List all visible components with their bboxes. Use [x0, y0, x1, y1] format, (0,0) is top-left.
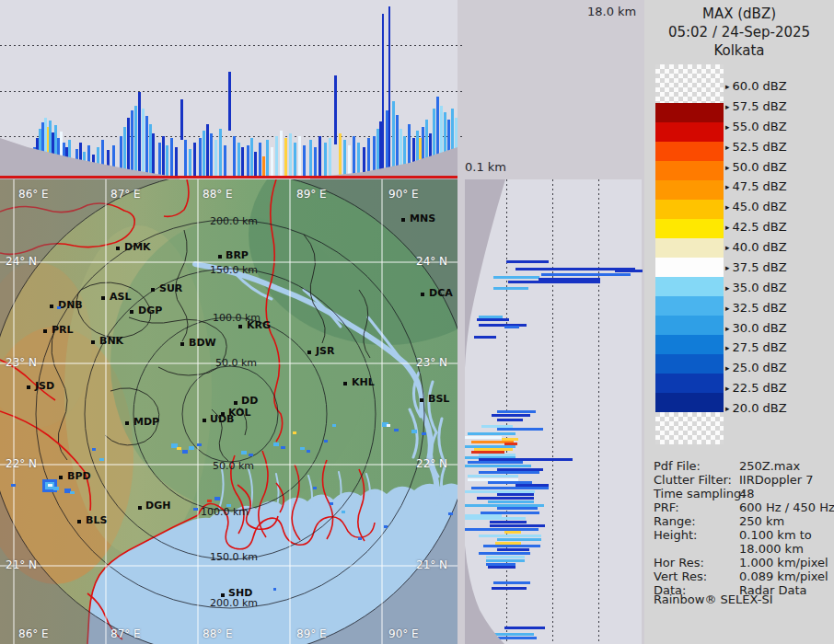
echo-bar	[486, 556, 525, 558]
echo-bar	[79, 143, 82, 176]
echo-bar	[468, 475, 518, 477]
echo-bar	[233, 136, 236, 176]
echo-bar	[471, 487, 549, 489]
side-projection-panel	[465, 179, 642, 644]
echo-bar	[228, 72, 231, 131]
echo-bar	[298, 136, 301, 176]
scale-value-label: ▸47.5 dBZ	[725, 179, 787, 193]
echo-bar	[497, 493, 534, 496]
echo-bar	[134, 106, 137, 176]
echo-bar	[408, 124, 411, 176]
echo-bar	[142, 109, 145, 176]
echo-bar	[329, 138, 331, 176]
gridline	[0, 45, 463, 46]
echo-bar	[284, 138, 287, 176]
scale-value-label: ▸57.5 dBZ	[725, 99, 787, 113]
beam-blind-wedges	[465, 179, 642, 644]
echo-bar	[440, 106, 443, 176]
echo-bar	[508, 281, 600, 283]
echo-bar	[488, 566, 515, 569]
gridline	[0, 91, 463, 92]
scale-band	[655, 64, 724, 103]
echo-bar	[447, 120, 450, 176]
echo-bar	[334, 75, 337, 144]
echo-bar	[466, 603, 471, 605]
scale-band	[655, 258, 724, 277]
scale-band	[655, 335, 724, 354]
echo-bar	[101, 140, 104, 176]
echo-bar	[479, 535, 541, 537]
echo-bar	[392, 101, 395, 176]
scale-value-label: ▸40.0 dBZ	[725, 240, 787, 254]
scale-band	[655, 296, 724, 316]
echo-bar	[127, 118, 130, 176]
meta-row-value: 600 Hz / 450 Hz	[739, 500, 834, 514]
echo-bar	[289, 133, 292, 176]
scale-value-label: ▸45.0 dBZ	[725, 200, 787, 213]
meta-row-value: 0.100 km to	[739, 528, 812, 542]
meta-row-value: 1.000 km/pixel	[739, 556, 828, 569]
echo-bar	[465, 637, 537, 639]
echo-bar	[465, 517, 526, 520]
echo-bar	[353, 136, 355, 176]
gridline	[598, 179, 599, 644]
echo-bar	[422, 127, 424, 176]
echo-bar	[486, 559, 525, 562]
echo-bar	[477, 318, 509, 321]
echo-bar	[224, 145, 226, 176]
meta-row-value: 0.089 km/pixel	[739, 569, 828, 583]
echo-bar	[479, 324, 527, 327]
echo-bar	[92, 155, 95, 176]
scale-value-label: ▸42.5 dBZ	[725, 220, 787, 234]
echo-bar	[469, 633, 534, 636]
meta-row-value: 48	[739, 487, 755, 500]
scale-value-label: ▸20.0 dBZ	[725, 401, 787, 415]
echo-bar	[275, 136, 278, 176]
echo-bar	[400, 129, 402, 176]
scale-value-label: ▸55.0 dBZ	[725, 120, 787, 133]
echo-bar	[493, 287, 528, 290]
scale-value-label: ▸32.5 dBZ	[725, 301, 787, 315]
software-brand: Rainbow® SELEX-SI	[654, 592, 773, 606]
product-title: MAX (dBZ)	[644, 6, 834, 22]
scale-value-label: ▸22.5 dBZ	[725, 381, 787, 395]
echo-bar	[166, 145, 168, 176]
echo-bar	[107, 150, 110, 176]
echo-bar	[483, 545, 540, 547]
echo-bar	[373, 136, 376, 176]
top-projection-panel	[0, 0, 458, 179]
echo-bar	[497, 538, 541, 541]
echo-bar	[75, 149, 78, 176]
echo-bar	[158, 143, 161, 176]
echo-bar	[497, 410, 536, 413]
meta-row-label: PRF:	[654, 500, 679, 514]
echo-bar	[271, 147, 273, 176]
echo-bar	[493, 276, 539, 279]
scale-band	[655, 161, 724, 180]
legend-panel: MAX (dBZ) 05:02 / 24-Sep-2025 Kolkata Pd…	[644, 0, 834, 644]
meta-row-label: Pdf File:	[654, 459, 701, 473]
scale-value-label: ▸50.0 dBZ	[725, 160, 787, 174]
echo-bar	[474, 336, 496, 339]
scale-value-label: ▸37.5 dBZ	[725, 260, 787, 274]
echo-bar	[490, 521, 527, 523]
echo-bar	[479, 552, 530, 555]
echo-bar	[189, 149, 191, 176]
scale-band	[655, 316, 724, 335]
scale-band	[655, 374, 724, 393]
scale-band	[655, 393, 724, 412]
echo-bar	[203, 131, 205, 176]
echo-bar	[87, 145, 90, 176]
echo-bar	[492, 587, 527, 590]
echo-bar	[250, 138, 253, 176]
scale-band	[655, 180, 724, 200]
echo-bar	[262, 156, 265, 176]
echo-bar	[357, 143, 360, 176]
meta-row-label: Height:	[654, 528, 697, 542]
scale-value-label: ▸35.0 dBZ	[725, 281, 787, 294]
echo-bar	[425, 120, 428, 176]
echo-bar	[477, 497, 534, 500]
scale-band	[655, 200, 724, 219]
echo-bar	[237, 143, 240, 176]
echo-bar	[138, 92, 141, 176]
